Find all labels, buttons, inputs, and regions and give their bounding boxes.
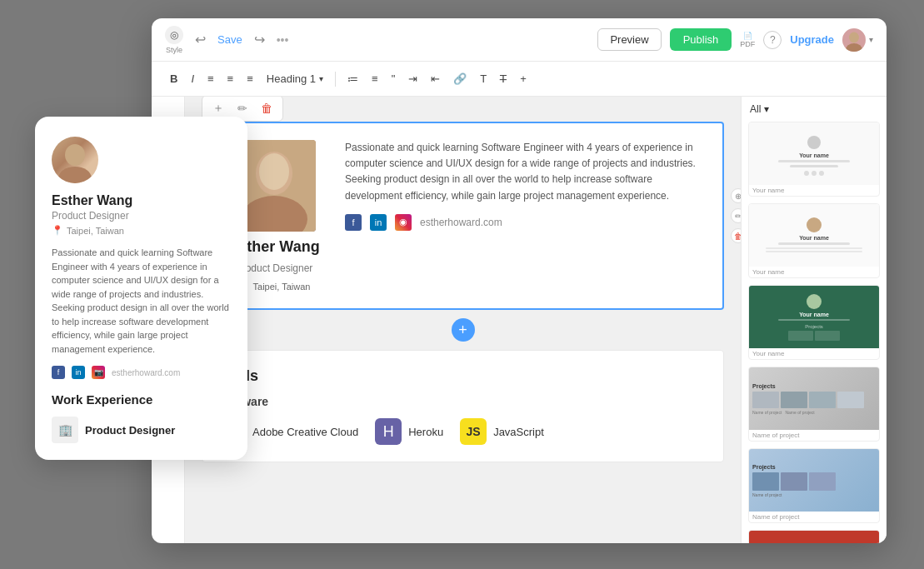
template-4[interactable]: Projects Name of project Name of project…: [748, 367, 880, 442]
quote-button[interactable]: ": [387, 69, 401, 88]
linkedin-icon: in: [72, 366, 85, 379]
skills-list: Ai Adobe Creative Cloud H Heroku JS Java…: [219, 418, 707, 445]
link-button[interactable]: 🔗: [448, 69, 472, 88]
website-link[interactable]: estherhoward.com: [420, 217, 502, 228]
upgrade-button[interactable]: Upgrade: [790, 33, 834, 46]
italic-button[interactable]: I: [186, 69, 199, 88]
ordered-list-button[interactable]: ≔: [342, 69, 363, 88]
add-block-button[interactable]: ＋: [209, 99, 227, 117]
user-avatar-menu[interactable]: ▾: [842, 28, 873, 52]
delete-block-button[interactable]: 🗑: [257, 100, 276, 117]
unordered-list-button[interactable]: ≡: [367, 69, 383, 88]
template-5[interactable]: Projects Name of project Name of project: [748, 448, 880, 523]
adobe-label: Adobe Creative Cloud: [252, 426, 358, 438]
redo-button[interactable]: ↪: [251, 28, 268, 51]
move-icon[interactable]: ⊕: [731, 188, 741, 203]
formatting-toolbar: B I ≡ ≡ ≡ Heading 1 ▾ ≔ ≡ " ⇥ ⇤ 🔗 T T̶ +: [152, 62, 887, 97]
template-6[interactable]: Title of video Lorem ipsum dolor sit ame…: [748, 530, 880, 543]
align-left-button[interactable]: ≡: [202, 69, 219, 88]
template-filter[interactable]: All ▾: [750, 103, 769, 115]
strikethrough-button[interactable]: T̶: [495, 69, 512, 88]
pdf-label: PDF: [740, 40, 755, 48]
fc-work-item: 🏢 Product Designer: [52, 417, 231, 443]
svg-point-1: [58, 167, 92, 183]
template-1-label: Your name: [749, 185, 879, 196]
bold-button[interactable]: B: [165, 69, 182, 88]
heroku-label: Heroku: [408, 426, 443, 438]
facebook-icon: f: [52, 366, 65, 379]
template-5-label: Name of project: [749, 512, 879, 522]
instagram-icon: 📷: [92, 366, 105, 379]
fc-bio: Passionate and quick learning Software E…: [52, 246, 231, 356]
fc-name: Esther Wang: [52, 193, 231, 208]
heading-label: Heading 1: [267, 72, 316, 85]
javascript-icon: JS: [460, 418, 487, 445]
align-right-button[interactable]: ≡: [242, 69, 258, 88]
template-2[interactable]: Your name Your name: [748, 203, 880, 278]
more-options-button[interactable]: •••: [277, 33, 289, 47]
style-label: Style: [166, 46, 182, 54]
location-pin-icon: 📍: [52, 225, 63, 236]
profile-right: Passionate and quick learning Software E…: [345, 140, 706, 292]
profile-card: Esther Wang Product Designer 📍 Taipei, T…: [202, 122, 724, 310]
outdent-button[interactable]: ⇤: [426, 69, 445, 88]
profile-location: 📍 Taipei, Taiwan: [238, 281, 311, 292]
profile-section-wrapper: ＋ ✏ 🗑: [202, 122, 724, 310]
svg-point-0: [65, 144, 85, 166]
pdf-button[interactable]: 📄 PDF: [740, 32, 755, 48]
content-area: › ＋ ✏ 🗑: [152, 97, 887, 543]
fc-title: Product Designer: [52, 210, 231, 222]
profile-bio: Passionate and quick learning Software E…: [345, 140, 706, 204]
js-label: JavaScript: [493, 426, 544, 438]
templates-panel: All ▾ Your name Your name: [741, 97, 887, 543]
svg-point-7: [259, 153, 289, 190]
fc-website: estherhoward.com: [112, 368, 180, 377]
template-2-label: Your name: [749, 267, 879, 277]
facebook-social-icon[interactable]: f: [345, 214, 362, 231]
fc-work-label: Product Designer: [85, 424, 175, 437]
instagram-social-icon[interactable]: ◉: [395, 214, 412, 231]
indent-button[interactable]: ⇥: [403, 69, 422, 88]
edit-block-button[interactable]: ✏: [234, 100, 251, 117]
skills-section-title: Skills: [219, 367, 707, 385]
undo-button[interactable]: ↩: [192, 28, 209, 51]
add-section-row: +: [202, 310, 724, 350]
add-section-button[interactable]: +: [452, 318, 475, 342]
heroku-icon: H: [375, 418, 402, 445]
fc-social-links: f in 📷 estherhoward.com: [52, 366, 231, 379]
avatar: [842, 28, 866, 52]
template-6-preview: Title of video Lorem ipsum dolor sit ame…: [749, 531, 879, 543]
publish-button[interactable]: Publish: [670, 28, 732, 51]
text-format-button[interactable]: T: [475, 69, 492, 88]
edit-icon[interactable]: ✏: [731, 208, 741, 223]
skill-item-js: JS JavaScript: [460, 418, 544, 445]
topbar-left: ◎ Style ↩ Save ↪ •••: [165, 26, 591, 54]
template-3[interactable]: Your name Projects Your name: [748, 285, 880, 360]
add-element-button[interactable]: +: [515, 69, 532, 88]
editor-canvas: ＋ ✏ 🗑: [185, 97, 741, 543]
style-panel-toggle[interactable]: ◎ Style: [165, 26, 183, 54]
template-2-preview: Your name: [749, 204, 879, 267]
preview-button[interactable]: Preview: [597, 28, 661, 51]
save-button[interactable]: Save: [217, 33, 242, 46]
help-button[interactable]: ?: [763, 31, 782, 49]
topbar-right: Preview Publish 📄 PDF ? Upgrade ▾: [597, 28, 873, 52]
style-icon: ◎: [165, 26, 183, 44]
template-1[interactable]: Your name Your name: [748, 122, 880, 197]
pdf-icon: 📄: [743, 32, 752, 40]
social-links: f in ◉ estherhoward.com: [345, 214, 706, 231]
fc-location: 📍 Taipei, Taiwan: [52, 225, 231, 236]
topbar: ◎ Style ↩ Save ↪ ••• Preview Publish 📄 P…: [152, 18, 887, 62]
svg-point-2: [849, 32, 859, 42]
delete-icon[interactable]: 🗑: [731, 228, 741, 243]
template-3-preview: Your name Projects: [749, 286, 879, 348]
fc-avatar: [52, 137, 98, 183]
heading-chevron-icon: ▾: [319, 74, 323, 83]
heading-select[interactable]: Heading 1 ▾: [262, 69, 328, 88]
linkedin-social-icon[interactable]: in: [370, 214, 387, 231]
align-center-button[interactable]: ≡: [222, 69, 239, 88]
editor-window: ◎ Style ↩ Save ↪ ••• Preview Publish 📄 P…: [152, 18, 887, 543]
template-4-preview: Projects Name of project Name of project: [749, 367, 879, 430]
skills-card: Skills Software Ai Adobe Creative Cloud …: [202, 350, 724, 462]
fc-work-title: Work Experience: [52, 392, 231, 407]
